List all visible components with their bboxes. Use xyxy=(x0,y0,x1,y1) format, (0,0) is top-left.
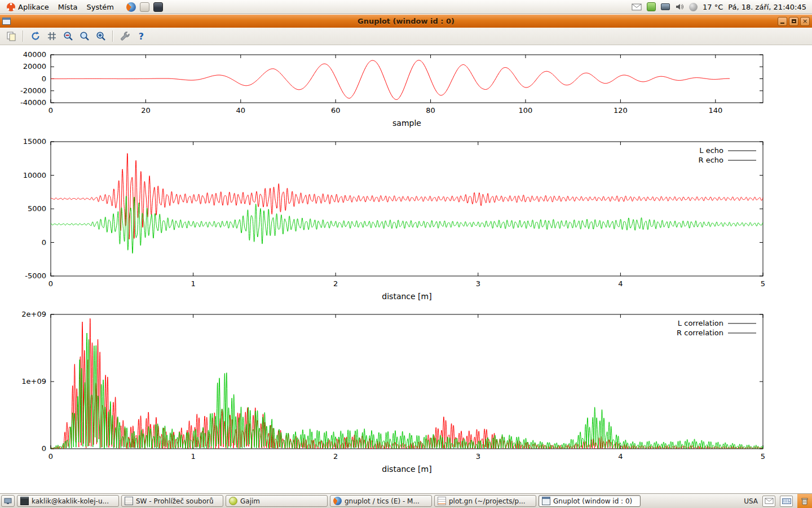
zoom-previous-button[interactable] xyxy=(60,29,76,43)
svg-text:1e+09: 1e+09 xyxy=(21,377,46,386)
trash-applet[interactable] xyxy=(797,494,812,508)
svg-text:40: 40 xyxy=(236,106,246,115)
toolbar-separator xyxy=(112,30,113,42)
svg-text:R correlation: R correlation xyxy=(677,329,723,337)
window-titlebar[interactable]: Gnuplot (window id : 0) × xyxy=(0,15,812,28)
maximize-icon xyxy=(792,19,796,23)
svg-text:L correlation: L correlation xyxy=(678,319,723,327)
plot-canvas: 020406080100120140-40000-200000200004000… xyxy=(0,45,812,493)
show-desktop-button[interactable] xyxy=(1,495,15,507)
trash-icon xyxy=(800,497,809,506)
close-button[interactable]: × xyxy=(800,17,810,26)
volume-icon[interactable] xyxy=(675,2,684,11)
svg-text:2e+09: 2e+09 xyxy=(21,310,46,318)
svg-text:-20000: -20000 xyxy=(20,86,46,95)
svg-text:0: 0 xyxy=(48,279,53,288)
svg-text:R echo: R echo xyxy=(698,156,723,164)
refresh-icon xyxy=(30,30,41,42)
replot-button[interactable] xyxy=(28,29,43,43)
svg-text:sample: sample xyxy=(392,119,421,128)
panel-launchers xyxy=(126,2,163,12)
zoom-button[interactable] xyxy=(77,29,92,43)
help-button[interactable]: ? xyxy=(134,29,149,43)
svg-text:4: 4 xyxy=(618,452,623,461)
terminal-launcher-icon[interactable] xyxy=(153,2,163,12)
svg-text:140: 140 xyxy=(708,106,722,115)
svg-text:5: 5 xyxy=(761,279,765,288)
svg-text:4: 4 xyxy=(618,279,623,288)
minimize-icon xyxy=(780,23,784,24)
svg-text:0: 0 xyxy=(48,106,53,115)
taskbar-item-label: Gajim xyxy=(240,497,260,505)
wrench-icon xyxy=(120,30,131,42)
toggle-grid-button[interactable] xyxy=(44,29,59,43)
session-sharing-icon[interactable] xyxy=(647,2,656,11)
svg-text:-5000: -5000 xyxy=(25,271,46,280)
gnuplot-window: Gnuplot (window id : 0) × xyxy=(0,15,812,493)
bottom-panel: kaklik@kaklik-kolej-u... SW - Prohlížeč … xyxy=(0,493,812,508)
svg-text:0: 0 xyxy=(42,444,46,453)
taskbar-item-file-manager[interactable]: SW - Prohlížeč souborů xyxy=(121,495,223,507)
svg-text:15000: 15000 xyxy=(23,137,46,146)
taskbar-item-firefox[interactable]: gnuplot / tics (E) - M... xyxy=(330,495,432,507)
text-editor-icon xyxy=(438,497,446,505)
taskbar-item-label: gnuplot / tics (E) - M... xyxy=(345,497,420,505)
mail-tray-button[interactable] xyxy=(762,496,775,507)
taskbar-item-editor[interactable]: plot.gn (~/projects/p... xyxy=(434,495,536,507)
display-icon[interactable] xyxy=(661,3,670,10)
menu-applications[interactable]: Aplikace xyxy=(2,0,54,14)
svg-text:1: 1 xyxy=(191,452,195,461)
svg-text:0: 0 xyxy=(48,452,53,461)
copy-clipboard-button[interactable] xyxy=(3,29,19,43)
envelope-icon xyxy=(765,498,774,504)
svg-text:20: 20 xyxy=(141,106,151,115)
menu-places[interactable]: Místa xyxy=(54,0,82,14)
correlation-chart[interactable]: 01234501e+092e+09distance [m]L correlati… xyxy=(0,309,812,480)
zoom-previous-icon xyxy=(63,30,74,42)
taskbar-tray: USA xyxy=(744,494,812,508)
svg-text:distance [m]: distance [m] xyxy=(382,292,431,301)
weather-icon[interactable] xyxy=(689,3,698,11)
firefox-icon xyxy=(333,497,342,505)
svg-text:80: 80 xyxy=(426,106,435,115)
echo-chart[interactable]: 012345-5000050001000015000distance [m]L … xyxy=(0,135,812,308)
terminal-icon xyxy=(20,497,29,505)
signal-chart[interactable]: 020406080100120140-40000-200000200004000… xyxy=(0,48,812,135)
svg-text:2: 2 xyxy=(333,279,338,288)
svg-text:distance [m]: distance [m] xyxy=(382,465,431,474)
minimize-button[interactable] xyxy=(778,17,787,26)
zoom-in-button[interactable] xyxy=(93,29,108,43)
taskbar-item-label: kaklik@kaklik-kolej-u... xyxy=(32,497,109,505)
desktop-icon xyxy=(4,498,12,505)
svg-text:1: 1 xyxy=(191,279,195,288)
zoom-icon xyxy=(79,30,90,42)
toolbar-separator xyxy=(23,30,24,42)
temperature-readout[interactable]: 17 °C xyxy=(703,3,723,11)
gnuplot-toolbar: ? xyxy=(0,28,812,45)
keyboard-layout-indicator[interactable]: USA xyxy=(744,497,758,505)
panel-tray: 17 °C Pá, 18. září, 21:40:45 xyxy=(632,2,810,11)
mail-notification-icon[interactable] xyxy=(632,3,642,11)
svg-text:20000: 20000 xyxy=(23,62,46,71)
window-controls: × xyxy=(778,17,810,26)
firefox-launcher-icon[interactable] xyxy=(126,2,136,12)
configure-button[interactable] xyxy=(117,29,133,43)
taskbar-item-gajim[interactable]: Gajim xyxy=(226,495,328,507)
menu-applications-label: Aplikace xyxy=(18,3,49,11)
keyboard-tray-button[interactable] xyxy=(780,496,793,507)
taskbar-item-label: SW - Prohlížeč souborů xyxy=(136,497,214,505)
taskbar-item-gnuplot[interactable]: Gnuplot (window id : 0) xyxy=(539,495,641,507)
clock[interactable]: Pá, 18. září, 21:40:45 xyxy=(728,3,806,11)
menu-system[interactable]: Systém xyxy=(82,0,118,14)
copy-icon xyxy=(6,30,17,42)
svg-text:60: 60 xyxy=(331,106,341,115)
taskbar-item-terminal[interactable]: kaklik@kaklik-kolej-u... xyxy=(17,495,119,507)
svg-text:3: 3 xyxy=(476,279,480,288)
maximize-button[interactable] xyxy=(789,17,798,26)
gnome-top-panel: Aplikace Místa Systém 17 °C Pá xyxy=(0,0,812,14)
svg-text:10000: 10000 xyxy=(23,171,46,179)
gajim-icon xyxy=(229,497,237,505)
svg-text:5000: 5000 xyxy=(28,204,46,213)
keyboard-icon xyxy=(782,498,791,504)
mail-launcher-icon[interactable] xyxy=(140,2,149,12)
